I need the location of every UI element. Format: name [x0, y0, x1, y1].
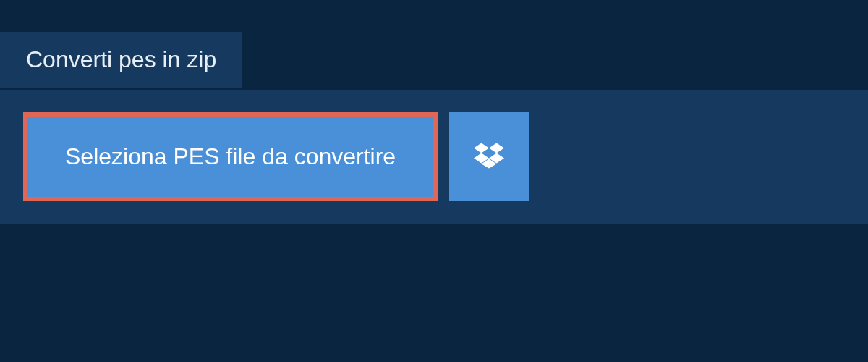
select-file-button[interactable]: Seleziona PES file da convertire	[23, 112, 438, 201]
dropbox-icon	[474, 140, 504, 174]
tab-convert[interactable]: Converti pes in zip	[0, 32, 242, 88]
tab-label: Converti pes in zip	[26, 46, 216, 72]
dropbox-button[interactable]	[449, 112, 529, 201]
button-group: Seleziona PES file da convertire	[23, 112, 845, 201]
select-file-label: Seleziona PES file da convertire	[65, 143, 396, 170]
content-panel: Seleziona PES file da convertire	[0, 90, 868, 224]
